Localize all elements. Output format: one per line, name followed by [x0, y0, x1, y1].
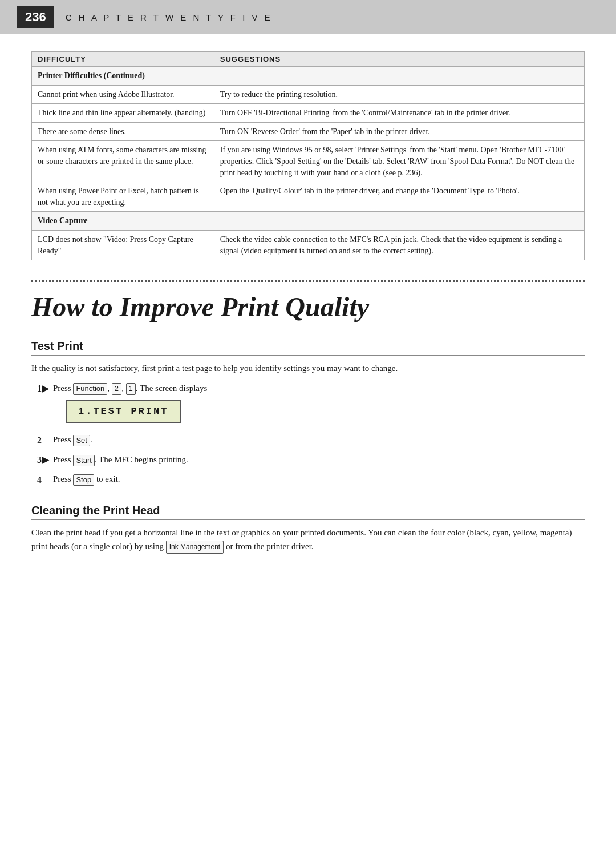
step-4-text-after: to exit.	[94, 474, 120, 483]
cleaning-body: Clean the print head if you get a horizo…	[31, 526, 585, 554]
difficulty-cell: There are some dense lines.	[32, 122, 214, 141]
difficulty-cell: LCD does not show "Video: Press Copy Cap…	[32, 230, 214, 260]
main-section-title: How to Improve Print Quality	[31, 292, 585, 322]
cleaning-text-after: or from the printer driver.	[226, 542, 314, 551]
test-print-title: Test Print	[31, 340, 585, 356]
key-2: 2	[112, 383, 121, 394]
test-print-intro: If the quality is not satisfactory, firs…	[31, 361, 585, 375]
step-1-comma2: ,	[121, 384, 126, 393]
difficulty-table: Difficulty Suggestions Printer Difficult…	[31, 51, 585, 260]
function-key: Function	[73, 383, 107, 394]
test-print-section: Test Print If the quality is not satisfa…	[31, 340, 585, 487]
table-header-difficulty: Difficulty	[32, 52, 214, 67]
suggestion-cell: Try to reduce the printing resolution.	[214, 85, 584, 104]
start-key: Start	[73, 455, 94, 466]
step-3-content: Press Start. The MFC begins printing.	[53, 453, 585, 466]
step-2: 2 Press Set.	[37, 433, 585, 447]
test-print-steps: 1▶ Press Function, 2, 1. The screen disp…	[37, 382, 585, 487]
step-3: 3▶ Press Start. The MFC begins printing.	[37, 453, 585, 467]
page-header: 236 C H A P T E R T W E N T Y F I V E	[0, 0, 616, 34]
step-1-content: Press Function, 2, 1. The screen display…	[53, 382, 585, 428]
step-4-number: 4	[37, 473, 50, 487]
cleaning-title: Cleaning the Print Head	[31, 504, 585, 520]
lcd-display: 1.TEST PRINT	[66, 400, 181, 424]
step-3-number: 3▶	[37, 453, 50, 467]
section-divider	[31, 280, 585, 282]
step-3-text-after: . The MFC begins printing.	[95, 455, 188, 464]
section-header-cell: Video Capture	[32, 212, 585, 231]
suggestion-cell: If you are using Windows 95 or 98, selec…	[214, 141, 584, 182]
stop-key: Stop	[73, 474, 94, 486]
set-key: Set	[73, 435, 90, 446]
table-row: Cannot print when using Adobe Illustrato…	[32, 85, 585, 104]
step-1-text-after: . The screen displays	[136, 384, 208, 393]
chapter-title: C H A P T E R T W E N T Y F I V E	[66, 13, 273, 22]
step-1-comma1: ,	[107, 384, 112, 393]
table-row: Thick line and thin line appear alternat…	[32, 104, 585, 123]
step-2-text-before: Press	[53, 435, 73, 444]
difficulty-cell: When using ATM fonts, some characters ar…	[32, 141, 214, 182]
main-content: Difficulty Suggestions Printer Difficult…	[0, 34, 616, 594]
difficulty-cell: Cannot print when using Adobe Illustrato…	[32, 85, 214, 104]
page-number: 236	[17, 6, 54, 28]
step-3-text-before: Press	[53, 455, 73, 464]
suggestion-cell: Turn OFF 'Bi-Directional Printing' from …	[214, 104, 584, 123]
step-4-text-before: Press	[53, 474, 73, 483]
difficulty-cell: When using Power Point or Excel, hatch p…	[32, 182, 214, 212]
ink-management-key: Ink Management	[166, 541, 224, 554]
table-row: When using ATM fonts, some characters ar…	[32, 141, 585, 182]
step-1-text-before: Press	[53, 384, 73, 393]
step-2-content: Press Set.	[53, 433, 585, 446]
suggestion-cell: Open the 'Quality/Colour' tab in the pri…	[214, 182, 584, 212]
step-4-content: Press Stop to exit.	[53, 473, 585, 486]
suggestion-cell: Check the video cable connection to the …	[214, 230, 584, 260]
cleaning-section: Cleaning the Print Head Clean the print …	[31, 504, 585, 554]
table-section-header: Video Capture	[32, 212, 585, 231]
table-section-header: Printer Difficulties (Continued)	[32, 67, 585, 86]
suggestion-cell: Turn ON 'Reverse Order' from the 'Paper'…	[214, 122, 584, 141]
table-row: LCD does not show "Video: Press Copy Cap…	[32, 230, 585, 260]
step-2-text-after: .	[90, 435, 92, 444]
table-row: There are some dense lines.Turn ON 'Reve…	[32, 122, 585, 141]
key-1: 1	[126, 383, 136, 394]
step-2-number: 2	[37, 434, 50, 447]
table-header-suggestions: Suggestions	[214, 52, 584, 67]
step-1: 1▶ Press Function, 2, 1. The screen disp…	[37, 382, 585, 428]
section-header-cell: Printer Difficulties (Continued)	[32, 67, 585, 86]
difficulty-cell: Thick line and thin line appear alternat…	[32, 104, 214, 123]
step-1-number: 1▶	[37, 382, 50, 396]
table-row: When using Power Point or Excel, hatch p…	[32, 182, 585, 212]
step-4: 4 Press Stop to exit.	[37, 473, 585, 487]
